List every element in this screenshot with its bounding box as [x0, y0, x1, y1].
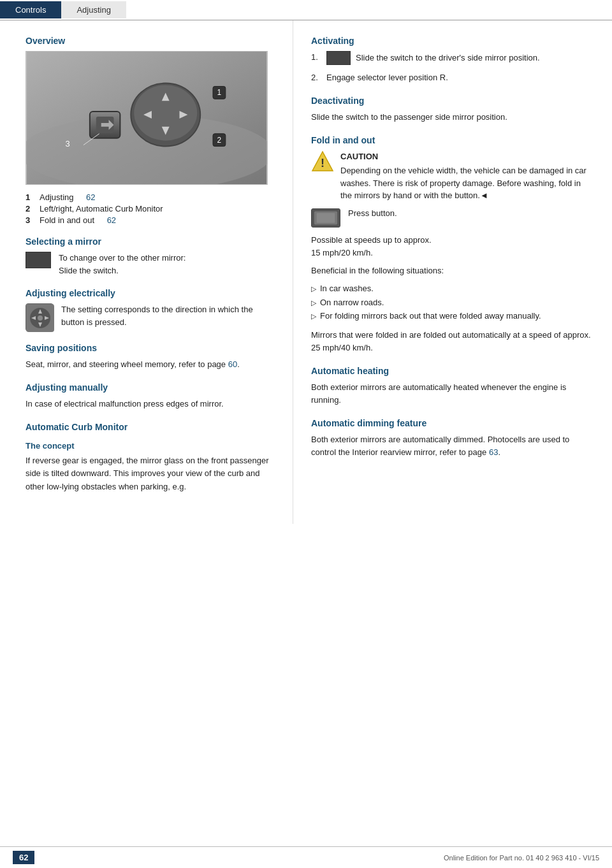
svg-point-22 [38, 315, 43, 321]
left-column: Overview [0, 20, 293, 524]
right-column: Activating 1. Slide the switch to the dr… [293, 20, 612, 524]
tab-adjusting[interactable]: Adjusting [61, 1, 126, 18]
mirrors-text: Mirrors that were folded in are folded o… [311, 329, 594, 354]
overview-image: 1 2 3 [26, 51, 268, 185]
item-num-3: 3 [26, 215, 34, 225]
fold-title: Fold in and out [311, 135, 594, 145]
selecting-mirror-title: Selecting a mirror [26, 236, 275, 247]
tab-controls[interactable]: Controls [0, 1, 61, 18]
joystick-icon [26, 303, 54, 331]
caution-icon: ! [311, 150, 334, 173]
fold-button-icon [311, 208, 340, 228]
overview-list: 1 Adjusting 62 2 Left/right, Automatic C… [26, 192, 275, 225]
svg-text:!: ! [321, 157, 324, 170]
header: Controls Adjusting [0, 0, 612, 20]
deactivating-text: Slide the switch to the passenger side m… [311, 111, 594, 124]
beneficial-text: Beneficial in the following situations: [311, 264, 594, 277]
footer: 62 Online Edition for Part no. 01 40 2 9… [0, 846, 612, 868]
edition-text: Online Edition for Part no. 01 40 2 963 … [47, 854, 599, 862]
caution-label: CAUTION [340, 150, 594, 163]
adjusting-elec-row: The setting corresponds to the direction… [26, 303, 275, 331]
bullet-2: On narrow roads. [311, 296, 594, 309]
item-num-2: 2 [26, 204, 34, 213]
svg-text:1: 1 [217, 88, 222, 97]
item-link-3[interactable]: 62 [107, 215, 116, 225]
bullet-1: In car washes. [311, 282, 594, 295]
step-2-num: 2. [311, 71, 321, 84]
item-label-3: Fold in and out [40, 215, 94, 225]
adjusting-manually-text: In case of electrical malfunction press … [26, 398, 275, 410]
auto-dimming-link[interactable]: 63 [489, 447, 498, 457]
saving-positions-text: Seat, mirror, and steering wheel memory,… [26, 358, 275, 371]
step-1: 1. Slide the switch to the driver's side… [311, 51, 594, 68]
list-item-3: 3 Fold in and out 62 [26, 215, 275, 225]
list-item-2: 2 Left/right, Automatic Curb Monitor [26, 204, 275, 213]
step-1-text: Slide the switch to the driver's side mi… [356, 52, 540, 64]
selecting-mirror-row: To change over to the other mirror: Slid… [26, 252, 275, 277]
svg-text:3: 3 [66, 139, 70, 148]
saving-positions-title: Saving positions [26, 343, 275, 353]
possible-text: Possible at speeds up to approx.15 mph/2… [311, 234, 594, 259]
page-number: 62 [13, 851, 34, 864]
benefits-list: In car washes. On narrow roads. For fold… [311, 282, 594, 322]
caution-block: ! CAUTION Depending on the vehicle width… [311, 150, 594, 202]
item-label-1: Adjusting [40, 192, 73, 202]
bullet-3: For folding mirrors back out that were f… [311, 310, 594, 322]
step-2: 2. Engage selector lever position R. [311, 71, 594, 84]
auto-heating-text: Both exterior mirrors are automatically … [311, 381, 594, 407]
curb-monitor-title: Automatic Curb Monitor [26, 422, 275, 432]
item-num-1: 1 [26, 192, 34, 202]
svg-rect-27 [317, 213, 335, 222]
auto-dimming-title: Automatic dimming feature [311, 418, 594, 428]
step-2-text: Engage selector lever position R. [326, 71, 448, 84]
auto-heating-title: Automatic heating [311, 366, 594, 376]
step-1-num: 1. [311, 51, 321, 68]
content-area: Overview [0, 20, 612, 524]
selecting-mirror-text: To change over to the other mirror: Slid… [59, 252, 186, 277]
concept-text: If reverse gear is engaged, the mirror g… [26, 454, 275, 493]
item-label-2: Left/right, Automatic Curb Monitor [40, 204, 163, 213]
overview-title: Overview [26, 36, 275, 46]
adjusting-manually-title: Adjusting manually [26, 382, 275, 393]
caution-body: Depending on the vehicle width, the vehi… [340, 166, 586, 200]
activating-steps: 1. Slide the switch to the driver's side… [311, 51, 594, 84]
adjusting-electrically-title: Adjusting electrically [26, 288, 275, 298]
switch-icon [26, 252, 51, 268]
saving-page-link[interactable]: 60 [228, 359, 237, 369]
adjusting-elec-text: The setting corresponds to the direction… [61, 303, 275, 328]
press-button-text: Press button. [348, 208, 397, 218]
deactivating-title: Deactivating [311, 96, 594, 106]
switch-icon-step1 [326, 51, 351, 65]
activating-title: Activating [311, 36, 594, 46]
press-button-row: Press button. [311, 208, 594, 228]
concept-title: The concept [26, 441, 275, 451]
auto-dimming-text: Both exterior mirrors are automatically … [311, 433, 594, 459]
caution-text-block: CAUTION Depending on the vehicle width, … [340, 150, 594, 202]
item-link-1[interactable]: 62 [86, 192, 95, 202]
svg-text:2: 2 [217, 136, 222, 145]
list-item-1: 1 Adjusting 62 [26, 192, 275, 202]
